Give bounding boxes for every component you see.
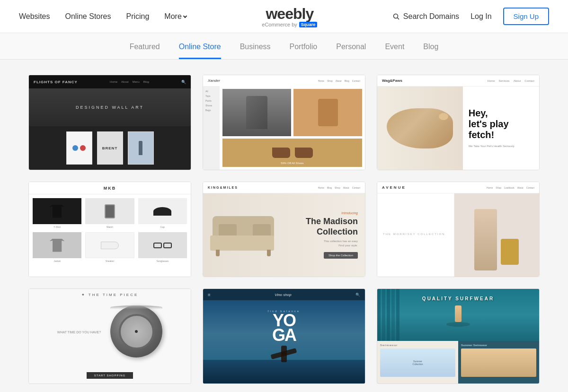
tab-personal[interactable]: Personal	[336, 43, 366, 59]
tab-business[interactable]: Business	[240, 43, 271, 59]
login-button[interactable]: Log In	[470, 12, 491, 21]
template-card[interactable]: QUALITY SURFWEAR Swimwear SummerCollecti…	[377, 288, 540, 384]
tab-online-store[interactable]: Online Store	[179, 43, 221, 59]
header-actions: Search Domains Log In Sign Up	[393, 8, 549, 25]
template-card[interactable]: AVENUE Home Shop Lookbook About Contact …	[377, 182, 540, 277]
search-domains-button[interactable]: Search Domains	[393, 12, 459, 21]
svg-point-0	[393, 14, 398, 18]
tab-event[interactable]: Event	[385, 43, 404, 59]
chevron-down-icon	[183, 14, 187, 17]
nav-more-button[interactable]: More	[164, 12, 186, 21]
template-card[interactable]: Wag&Paws Home Services About Contact	[377, 75, 540, 170]
template-card[interactable]: Xander HomeShopAboutBlogContact AllTopsP…	[203, 75, 365, 170]
template-card[interactable]: MKB T-Shirt	[28, 182, 191, 277]
template-card[interactable]: KING&MILES Home Blog Shop About Contact	[203, 182, 365, 277]
template-card[interactable]: FLIGHTS OF FANCY HomeAboutMenuBlog 🔍 DES…	[28, 75, 191, 170]
category-tabs: Featured Online Store Business Portfolio…	[0, 33, 568, 60]
search-icon	[393, 13, 399, 20]
tab-blog[interactable]: Blog	[423, 43, 438, 59]
logo-subtitle: eCommerce by Square	[262, 22, 317, 27]
signup-button[interactable]: Sign Up	[503, 8, 549, 25]
template-card[interactable]: ✦ THE TIME PIECE WHAT TIME DO YOU HAVE?	[28, 288, 191, 384]
tab-featured[interactable]: Featured	[130, 43, 160, 59]
nav-online-stores[interactable]: Online Stores	[65, 12, 111, 21]
templates-grid: FLIGHTS OF FANCY HomeAboutMenuBlog 🔍 DES…	[0, 60, 568, 392]
brand-logo: weebly	[262, 5, 317, 23]
tab-portfolio[interactable]: Portfolio	[290, 43, 318, 59]
nav-websites[interactable]: Websites	[19, 12, 50, 21]
main-header: Websites Online Stores Pricing More weeb…	[0, 0, 568, 33]
svg-line-1	[397, 17, 399, 19]
template-card[interactable]: ≡ Vino shop 🔍 find balance YOGA	[203, 288, 365, 384]
primary-nav: Websites Online Stores Pricing More	[19, 12, 186, 21]
square-badge: Square	[299, 22, 318, 27]
nav-pricing[interactable]: Pricing	[126, 12, 149, 21]
logo-area: weebly eCommerce by Square	[262, 5, 317, 27]
